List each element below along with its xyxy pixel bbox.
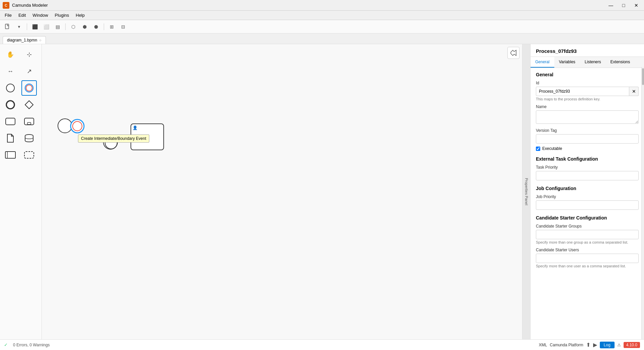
svg-rect-12 (24, 152, 34, 158)
menu-window[interactable]: Window (29, 11, 51, 19)
align-top-button[interactable]: ⬛ (30, 22, 40, 31)
props-scrollbar[interactable] (641, 67, 644, 339)
task-button[interactable] (3, 114, 18, 129)
subprocess-icon (24, 118, 34, 125)
align-middle-button[interactable]: ⬜ (41, 22, 51, 31)
distribute-v-button[interactable]: ⬢ (80, 22, 90, 31)
intermediate-event-2[interactable] (103, 135, 118, 150)
warning-wrap: ⚠ (617, 343, 621, 347)
version-tag-input[interactable] (536, 134, 639, 144)
toolbar-separator-2 (65, 23, 66, 30)
resize-button[interactable]: ⬣ (91, 22, 101, 31)
distribute-h-button[interactable]: ⬡ (68, 22, 78, 31)
tab-general[interactable]: General (531, 57, 554, 68)
xml-label[interactable]: XML (539, 343, 547, 347)
svg-rect-8 (27, 122, 31, 124)
menu-file[interactable]: File (1, 11, 15, 19)
svg-point-1 (6, 84, 14, 92)
menu-edit[interactable]: Edit (15, 11, 29, 19)
minimap-icon (510, 50, 517, 56)
global-connect-button[interactable]: ⊟ (118, 22, 128, 31)
intermediate-event-selected[interactable] (70, 118, 85, 134)
open-button[interactable]: ▼ (14, 22, 24, 31)
data-store-icon (24, 134, 34, 142)
svg-point-14 (73, 121, 82, 131)
tab-variables[interactable]: Variables (554, 57, 580, 68)
hand-tool-button[interactable]: ✋ (3, 47, 18, 62)
tab-listeners[interactable]: Listeners (580, 57, 606, 68)
minimize-button[interactable]: — (606, 0, 616, 10)
edit-tool-button[interactable]: ↗ (21, 64, 37, 79)
groups-label: Candidate Starter Groups (536, 224, 639, 229)
properties-panel: Process_07fdz93 General Variables Listen… (530, 44, 644, 339)
svg-point-3 (26, 85, 32, 91)
export-button[interactable]: ⬆ (586, 342, 590, 348)
task-element[interactable]: 👤 (131, 123, 164, 150)
group-button[interactable] (21, 147, 37, 163)
candidate-starter-section-title: Candidate Starter Configuration (536, 215, 639, 221)
job-priority-label: Job Priority (536, 194, 639, 199)
job-priority-input[interactable] (536, 200, 639, 210)
svg-rect-6 (6, 118, 15, 125)
properties-panel-toggle[interactable]: Properties Panel (522, 44, 530, 339)
log-button[interactable]: Log (600, 342, 615, 348)
statusbar: ✓ 0 Errors, 0 Warnings XML Camunda Platf… (0, 339, 644, 350)
tab-diagram-1[interactable]: diagram_1.bpmn ○ (3, 36, 46, 44)
job-config-section-title: Job Configuration (536, 186, 639, 191)
global-connect-button[interactable]: ↔ (3, 64, 18, 79)
menubar: File Edit Window Plugins Help (0, 11, 644, 20)
id-field-label: Id (536, 81, 639, 85)
data-object-button[interactable] (3, 130, 18, 146)
tab-extensions[interactable]: Extensions (606, 57, 635, 68)
app-title: Camunda Modeler (12, 3, 606, 8)
name-field-label: Name (536, 104, 639, 109)
task-icon-marker: 👤 (133, 125, 138, 130)
intermediate-event-button[interactable] (21, 80, 37, 96)
menu-plugins[interactable]: Plugins (52, 11, 73, 19)
id-hint: This maps to the process definition key. (536, 97, 639, 101)
name-input[interactable] (536, 110, 639, 124)
users-input[interactable] (536, 254, 639, 263)
gateway-button[interactable] (21, 97, 37, 112)
new-file-button[interactable] (3, 22, 13, 31)
align-bottom-button[interactable]: ▤ (53, 22, 63, 31)
task-priority-input[interactable] (536, 171, 639, 180)
maximize-button[interactable]: □ (619, 0, 629, 10)
tab-close-button[interactable]: ○ (39, 38, 42, 42)
minimap-button[interactable] (507, 47, 519, 59)
executable-label[interactable]: Executable (542, 146, 562, 151)
pool-button[interactable] (3, 147, 18, 163)
groups-input[interactable] (536, 230, 639, 239)
app-icon-letter: C (5, 3, 7, 7)
users-label: Candidate Starter Users (536, 248, 639, 252)
play-button[interactable]: ▶ (593, 342, 597, 348)
tabbar: diagram_1.bpmn ○ (0, 33, 644, 44)
hand-icon: ✋ (7, 51, 14, 58)
data-store-button[interactable] (21, 130, 37, 146)
svg-point-4 (6, 101, 14, 109)
subprocess-button[interactable] (21, 114, 37, 129)
props-scrollbar-thumb (642, 68, 644, 85)
canvas[interactable]: 👤 Create Intermediate/Boundary Event (42, 44, 522, 339)
data-object-icon (7, 134, 14, 143)
end-event-button[interactable] (3, 97, 18, 112)
main-area: ✋ ⊹ ↔ ↗ (0, 44, 644, 339)
menu-help[interactable]: Help (72, 11, 88, 19)
version-tag-label: Version Tag (536, 128, 639, 133)
window-controls: — □ ✕ (606, 0, 641, 10)
toolbar-separator-3 (104, 23, 104, 30)
id-clear-button[interactable]: ✕ (629, 87, 639, 96)
space-button[interactable]: ⊞ (107, 22, 117, 31)
id-input[interactable] (536, 87, 629, 96)
start-event-button[interactable] (3, 80, 18, 96)
groups-hint: Specify more than one group as a comma s… (536, 240, 639, 244)
lasso-icon: ⊹ (27, 51, 32, 58)
task-icon (5, 118, 15, 125)
close-button[interactable]: ✕ (631, 0, 641, 10)
tab-label: diagram_1.bpmn (7, 38, 37, 42)
executable-checkbox[interactable] (536, 147, 540, 151)
id-field-wrap: ✕ (536, 87, 639, 96)
lasso-tool-button[interactable]: ⊹ (21, 47, 37, 62)
titlebar: C Camunda Modeler — □ ✕ (0, 0, 644, 11)
start-event-icon (6, 83, 15, 93)
